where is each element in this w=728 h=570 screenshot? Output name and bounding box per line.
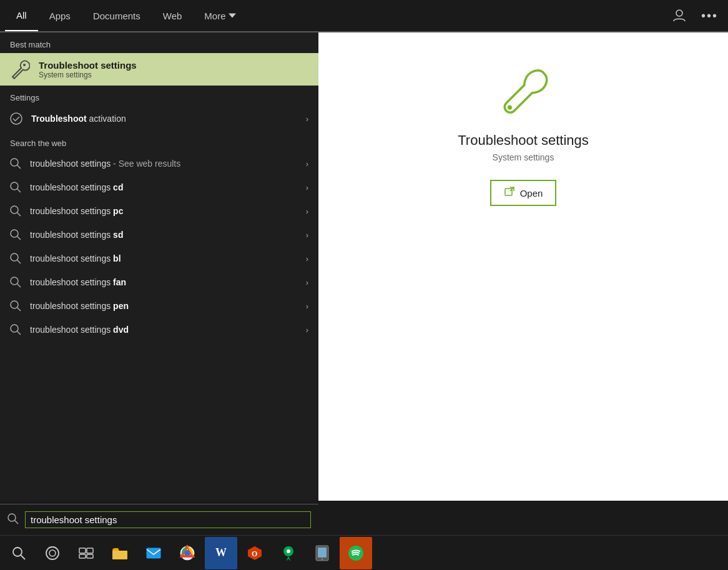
svg-text:O: O	[252, 549, 257, 558]
svg-rect-32	[147, 548, 160, 558]
tab-more[interactable]: More	[193, 0, 247, 31]
chevron-right-icon-6: ›	[306, 302, 308, 311]
svg-point-2	[11, 113, 22, 124]
chevron-right-icon: ›	[306, 114, 308, 124]
svg-line-16	[17, 308, 21, 312]
taskbar-maps[interactable]	[272, 537, 305, 569]
web-search-item-2[interactable]: troubleshoot settings pc ›	[0, 199, 318, 223]
taskbar-mail[interactable]	[137, 537, 170, 569]
troubleshoot-activation-item[interactable]: Troubleshoot activation ›	[0, 106, 318, 131]
search-icon-3	[10, 229, 21, 240]
open-icon	[504, 186, 515, 200]
web-item-text-2: troubleshoot settings pc	[30, 206, 297, 216]
search-bar-icon	[7, 513, 19, 527]
troubleshoot-activation-text: Troubleshoot activation	[31, 114, 297, 124]
search-bar	[0, 504, 318, 535]
svg-line-12	[17, 260, 21, 264]
search-icon-7	[10, 324, 21, 335]
web-search-item-6[interactable]: troubleshoot settings pen ›	[0, 294, 318, 318]
svg-line-22	[15, 520, 19, 524]
best-match-text: Troubleshoot settings System settings	[39, 60, 137, 79]
tab-apps[interactable]: Apps	[38, 0, 82, 31]
svg-point-42	[348, 546, 363, 561]
svg-point-26	[49, 550, 56, 556]
svg-line-6	[17, 189, 21, 193]
taskbar: W O	[0, 535, 728, 570]
wrench-icon	[10, 59, 30, 79]
more-options-button[interactable]: •••	[696, 6, 723, 26]
svg-point-23	[13, 548, 22, 556]
svg-point-5	[11, 182, 18, 190]
web-item-text-5: troubleshoot settings fan	[30, 277, 297, 287]
tab-documents[interactable]: Documents	[82, 0, 152, 31]
search-icon-2	[10, 205, 21, 217]
svg-rect-27	[79, 548, 86, 553]
search-icon-5	[10, 277, 21, 288]
search-web-label: Search the web	[0, 131, 318, 152]
svg-line-18	[17, 332, 21, 335]
svg-rect-40	[318, 548, 327, 558]
svg-point-7	[11, 206, 18, 214]
web-item-text-1: troubleshoot settings cd	[30, 182, 297, 192]
search-icon-6	[10, 300, 21, 312]
chevron-right-icon-3: ›	[306, 230, 308, 240]
user-icon-button[interactable]	[667, 6, 691, 25]
web-search-item-0[interactable]: troubleshoot settings - See web results …	[0, 152, 318, 175]
chevron-right-icon-2: ›	[306, 207, 308, 216]
chevron-right-icon-1: ›	[306, 183, 308, 192]
chevron-right-icon-0: ›	[306, 159, 308, 169]
taskbar-chrome[interactable]	[171, 537, 204, 569]
svg-point-41	[322, 558, 323, 559]
svg-point-11	[11, 253, 18, 261]
tab-web[interactable]: Web	[152, 0, 194, 31]
svg-point-3	[11, 159, 18, 166]
taskbar-tablet[interactable]	[306, 537, 338, 569]
right-panel-icon	[495, 64, 551, 122]
web-search-item-1[interactable]: troubleshoot settings cd ›	[0, 175, 318, 199]
svg-point-13	[11, 277, 18, 285]
web-item-text-3: troubleshoot settings sd	[30, 230, 297, 240]
svg-point-9	[11, 230, 18, 237]
web-item-text-7: troubleshoot settings dvd	[30, 325, 297, 335]
taskbar-search-button[interactable]	[2, 537, 35, 569]
chevron-down-icon	[229, 12, 236, 19]
search-input[interactable]	[25, 511, 311, 528]
search-icon-4	[10, 253, 21, 264]
web-item-text-0: troubleshoot settings - See web results	[30, 159, 297, 169]
open-button[interactable]: Open	[490, 180, 557, 206]
circle-check-icon	[10, 112, 22, 125]
taskbar-office[interactable]: O	[239, 537, 271, 569]
svg-point-15	[11, 301, 18, 308]
person-icon	[672, 9, 686, 22]
chevron-right-icon-7: ›	[306, 325, 308, 335]
top-navigation: All Apps Documents Web More •••	[0, 0, 728, 32]
search-icon-0	[10, 158, 21, 169]
best-match-item[interactable]: Troubleshoot settings System settings	[0, 53, 318, 86]
svg-rect-29	[79, 554, 86, 558]
web-item-text-6: troubleshoot settings pen	[30, 301, 297, 311]
web-search-item-4[interactable]: troubleshoot settings bl ›	[0, 247, 318, 270]
tab-all[interactable]: All	[5, 0, 38, 31]
svg-point-0	[676, 10, 682, 16]
svg-point-19	[508, 106, 512, 110]
chevron-right-icon-4: ›	[306, 254, 308, 263]
right-panel-subtitle: System settings	[493, 152, 554, 162]
web-search-item-5[interactable]: troubleshoot settings fan ›	[0, 270, 318, 294]
right-panel-title: Troubleshoot settings	[458, 132, 589, 149]
taskbar-word[interactable]: W	[205, 537, 237, 569]
taskbar-file-explorer[interactable]	[104, 537, 136, 569]
svg-line-14	[17, 284, 21, 288]
left-panel: Best match Troubleshoot settings System …	[0, 32, 318, 501]
web-search-item-7[interactable]: troubleshoot settings dvd ›	[0, 318, 318, 342]
web-search-item-3[interactable]: troubleshoot settings sd ›	[0, 223, 318, 247]
taskbar-spotify[interactable]	[340, 537, 372, 569]
svg-point-21	[8, 514, 16, 521]
best-match-label: Best match	[0, 32, 318, 53]
taskbar-task-view-button[interactable]	[70, 537, 102, 569]
settings-section-label: Settings	[0, 86, 318, 106]
svg-line-8	[17, 213, 21, 217]
svg-rect-31	[112, 551, 127, 559]
taskbar-cortana-button[interactable]	[36, 537, 69, 569]
right-panel: Troubleshoot settings System settings Op…	[318, 32, 728, 501]
svg-point-17	[11, 325, 18, 332]
